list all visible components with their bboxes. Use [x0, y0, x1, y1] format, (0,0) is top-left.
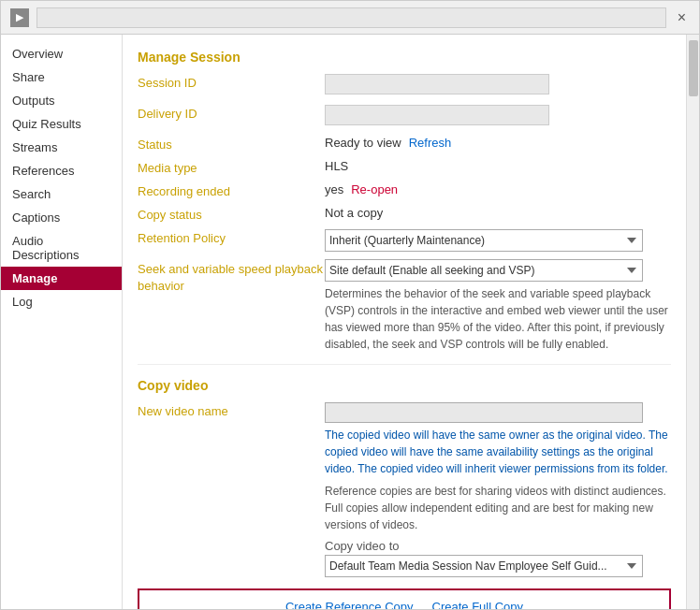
new-video-name-row: New video name The copied video will hav…: [138, 402, 671, 577]
retention-policy-select[interactable]: Inherit (Quarterly Maintenance): [325, 229, 643, 252]
copy-status-label: Copy status: [138, 206, 325, 222]
copy-video-title: Copy video: [138, 378, 671, 393]
window-icon: ▶: [10, 8, 29, 27]
refresh-link[interactable]: Refresh: [409, 136, 452, 150]
content-area: Overview Share Outputs Quiz Results Stre…: [1, 35, 699, 609]
sidebar-item-manage[interactable]: Manage: [1, 267, 122, 290]
new-video-name-value: The copied video will have the same owne…: [325, 402, 671, 577]
recording-ended-row: Recording ended yes Re-open: [138, 182, 671, 198]
status-row: Status Ready to view Refresh: [138, 136, 671, 152]
delivery-id-row: Delivery ID: [138, 105, 671, 128]
status-value: Ready to view Refresh: [325, 136, 671, 150]
scrollbar-thumb[interactable]: [689, 40, 698, 96]
copy-video-to-label: Copy video to: [325, 539, 671, 553]
seek-vsp-label-text: Seek and variable speed playback behavio…: [138, 262, 323, 293]
sidebar-item-captions[interactable]: Captions: [1, 206, 122, 229]
recording-ended-value: yes Re-open: [325, 182, 671, 196]
reference-info-text: Reference copies are best for sharing vi…: [325, 483, 671, 533]
sidebar-item-overview[interactable]: Overview: [1, 42, 122, 65]
session-id-box: [325, 74, 549, 94]
sidebar-item-share[interactable]: Share: [1, 65, 122, 89]
new-video-name-input[interactable]: [325, 402, 643, 423]
sidebar-item-references[interactable]: References: [1, 159, 122, 182]
title-bar: ▶ ×: [1, 1, 699, 35]
sidebar: Overview Share Outputs Quiz Results Stre…: [1, 35, 123, 609]
reopen-link[interactable]: Re-open: [351, 182, 398, 196]
copy-video-to-select[interactable]: Default Team Media Session Nav Employee …: [325, 555, 643, 577]
sidebar-item-audio-descriptions[interactable]: Audio Descriptions: [1, 229, 122, 267]
recording-ended-text: yes: [325, 182, 343, 196]
create-full-copy-button[interactable]: Create Full Copy: [429, 598, 528, 609]
create-reference-copy-button[interactable]: Create Reference Copy: [282, 598, 417, 609]
sidebar-item-quiz-results[interactable]: Quiz Results: [1, 112, 122, 136]
bottom-actions: Create Reference Copy Create Full Copy: [138, 588, 671, 609]
main-content: Manage Session Session ID Delivery ID St…: [123, 35, 686, 609]
seek-vsp-value: Site default (Enable all seeking and VSP…: [325, 259, 671, 353]
status-text: Ready to view: [325, 136, 401, 150]
session-id-value: [325, 74, 671, 97]
delivery-id-label: Delivery ID: [138, 105, 325, 121]
copy-status-value: Not a copy: [325, 206, 671, 220]
main-window: ▶ × Overview Share Outputs Quiz Results …: [0, 0, 700, 610]
delivery-id-value: [325, 105, 671, 128]
play-icon: ▶: [16, 11, 23, 23]
sidebar-item-streams[interactable]: Streams: [1, 136, 122, 159]
seek-vsp-label: Seek and variable speed playback behavio…: [138, 259, 325, 295]
seek-vsp-select[interactable]: Site default (Enable all seeking and VSP…: [325, 259, 643, 282]
media-type-value: HLS: [325, 159, 671, 173]
media-type-text: HLS: [325, 159, 348, 173]
session-id-label: Session ID: [138, 74, 325, 90]
seek-vsp-description: Determines the behavior of the seek and …: [325, 285, 671, 353]
copy-video-section: Copy video New video name The copied vid…: [138, 364, 671, 577]
scrollbar[interactable]: [686, 35, 699, 609]
media-type-label: Media type: [138, 159, 325, 175]
sidebar-item-log[interactable]: Log: [1, 290, 122, 313]
manage-session-title: Manage Session: [138, 50, 671, 65]
media-type-row: Media type HLS: [138, 159, 671, 175]
retention-policy-value: Inherit (Quarterly Maintenance): [325, 229, 671, 252]
new-video-name-label: New video name: [138, 402, 325, 418]
title-bar-text: [36, 7, 666, 28]
status-label: Status: [138, 136, 325, 152]
copy-status-text: Not a copy: [325, 206, 383, 220]
recording-ended-label: Recording ended: [138, 182, 325, 198]
copy-info-text: The copied video will have the same owne…: [325, 427, 671, 477]
delivery-id-box: [325, 105, 549, 125]
retention-policy-row: Retention Policy Inherit (Quarterly Main…: [138, 229, 671, 252]
sidebar-item-outputs[interactable]: Outputs: [1, 89, 122, 112]
session-id-row: Session ID: [138, 74, 671, 97]
retention-policy-label: Retention Policy: [138, 229, 325, 245]
seek-vsp-row: Seek and variable speed playback behavio…: [138, 259, 671, 353]
copy-status-row: Copy status Not a copy: [138, 206, 671, 222]
close-button[interactable]: ×: [674, 9, 690, 26]
sidebar-item-search[interactable]: Search: [1, 182, 122, 206]
